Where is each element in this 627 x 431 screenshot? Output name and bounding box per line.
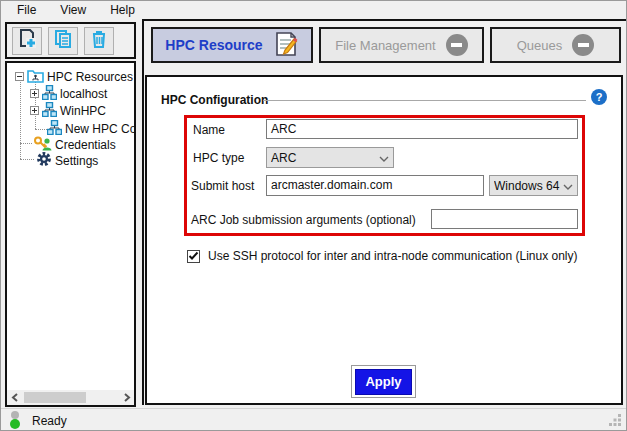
status-light-green-icon (10, 419, 20, 429)
copy-icon (52, 28, 74, 53)
delete-button[interactable] (84, 27, 114, 55)
tab-label: HPC Resource (165, 37, 262, 53)
resize-grip[interactable] (609, 413, 622, 429)
ssh-checkbox[interactable] (187, 250, 200, 263)
ssh-checkbox-row[interactable]: Use SSH protocol for inter and intra-nod… (187, 249, 578, 263)
tree-item-label: New HPC Co (65, 122, 136, 136)
cluster-icon (42, 85, 57, 103)
apply-button-frame: Apply (351, 365, 416, 398)
tree-connector (20, 159, 34, 160)
name-input[interactable]: ARC (266, 119, 578, 139)
arc-args-label: ARC Job submission arguments (optional) (191, 213, 416, 227)
submit-host-input[interactable]: arcmaster.domain.com (266, 175, 484, 196)
hpc-type-label: HPC type (193, 151, 244, 165)
edit-icon (273, 31, 299, 60)
cluster-icon (42, 102, 57, 120)
menu-view[interactable]: View (50, 1, 96, 19)
hpc-configuration-panel: HPC Configuration ? Name ARC HPC type AR… (145, 75, 623, 405)
section-title: HPC Configuration (161, 93, 268, 107)
trash-icon (88, 28, 110, 53)
app-window: File View Help (0, 0, 627, 431)
tree-item-label: Credentials (55, 138, 116, 152)
tree-connector (35, 129, 47, 130)
submit-host-label: Submit host (191, 179, 254, 193)
gear-icon (36, 151, 52, 170)
expand-toggle[interactable] (30, 89, 39, 98)
tree-item-winhpc[interactable]: WinHPC (30, 103, 106, 118)
duplicate-button[interactable] (48, 27, 78, 55)
tree-item-label: localhost (60, 87, 107, 101)
resource-tree-panel: HPC Resources localhost (5, 61, 136, 407)
tab-hpc-resource[interactable]: HPC Resource (151, 27, 313, 63)
tab-file-management[interactable]: File Management (319, 27, 484, 63)
chevron-down-icon (563, 179, 573, 193)
ssh-checkbox-label: Use SSH protocol for inter and intra-nod… (208, 249, 578, 263)
platform-select[interactable]: Windows 64 (489, 175, 578, 196)
collapse-toggle[interactable] (15, 72, 24, 81)
tab-label: File Management (335, 38, 435, 53)
panel-frame-line (142, 19, 144, 405)
section-divider (263, 100, 586, 101)
status-light-gray-icon (11, 411, 19, 419)
hpc-type-value: ARC (271, 151, 379, 165)
menu-bar: File View Help (1, 1, 626, 19)
menu-file[interactable]: File (7, 1, 46, 19)
arc-args-input[interactable] (431, 209, 578, 229)
minus-circle-icon (446, 34, 468, 56)
menu-help[interactable]: Help (100, 1, 145, 19)
tree-item-settings[interactable]: Settings (36, 153, 98, 168)
panel-frame-line (142, 19, 627, 21)
tree-item-localhost[interactable]: localhost (30, 86, 107, 101)
hpc-resources-icon (27, 68, 44, 86)
scroll-right-arrow[interactable] (119, 390, 134, 405)
tree-horizontal-scrollbar[interactable] (7, 390, 134, 405)
status-text: Ready (32, 414, 67, 428)
tree-item-new-hpc-config[interactable]: New HPC Co (47, 121, 136, 136)
scroll-left-arrow[interactable] (7, 390, 22, 405)
tab-label: Queues (517, 38, 563, 53)
status-bar: Ready (1, 408, 626, 431)
tree-item-hpc-resources[interactable]: HPC Resources (15, 69, 133, 84)
chevron-down-icon (379, 151, 389, 165)
tree-item-label: HPC Resources (47, 70, 133, 84)
hpc-type-select[interactable]: ARC (266, 147, 394, 168)
tree-connector (20, 143, 32, 144)
tab-queues[interactable]: Queues (490, 27, 621, 63)
document-plus-icon (16, 28, 38, 53)
checkmark-icon (188, 251, 199, 261)
scrollbar-track[interactable] (22, 390, 119, 405)
add-hpc-resource-button[interactable] (12, 27, 42, 55)
tree-item-credentials[interactable]: Credentials (34, 137, 116, 152)
tree-connector (20, 77, 21, 159)
scrollbar-thumb[interactable] (24, 392, 86, 403)
apply-button[interactable]: Apply (355, 369, 412, 395)
expand-toggle[interactable] (30, 106, 39, 115)
toolbar (5, 22, 136, 59)
minus-circle-icon (572, 34, 594, 56)
name-label: Name (193, 123, 225, 137)
help-icon[interactable]: ? (591, 89, 607, 105)
tree-item-label: Settings (55, 154, 98, 168)
tree-item-label: WinHPC (60, 104, 106, 118)
platform-value: Windows 64 (494, 179, 563, 193)
